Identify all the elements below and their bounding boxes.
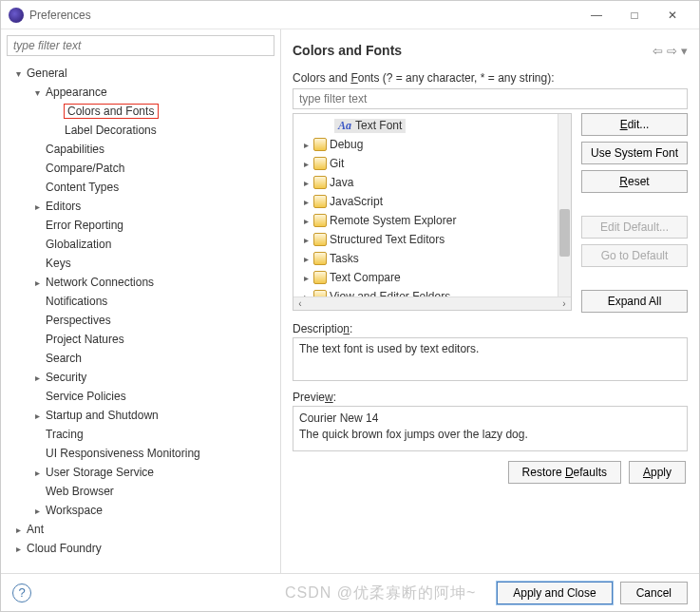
- expand-icon[interactable]: ▸: [301, 178, 311, 188]
- edit-button[interactable]: Edit...: [581, 113, 688, 136]
- go-to-default-button: Go to Default: [581, 244, 688, 267]
- horizontal-scrollbar[interactable]: ‹ ›: [293, 296, 571, 310]
- tree-item[interactable]: Web Browser: [5, 482, 280, 501]
- folder-icon: [313, 233, 327, 246]
- minimize-button[interactable]: —: [577, 2, 615, 29]
- tree-item[interactable]: Globalization: [5, 235, 280, 254]
- tree-item[interactable]: Tracing: [5, 425, 280, 444]
- scrollbar-thumb[interactable]: [559, 209, 570, 257]
- expand-icon[interactable]: ▸: [31, 411, 43, 421]
- tree-item[interactable]: Colors and Fonts: [5, 102, 280, 121]
- font-category[interactable]: ▸Text Compare: [295, 268, 556, 287]
- tree-item[interactable]: Label Decorations: [5, 121, 280, 140]
- help-icon[interactable]: ?: [12, 583, 31, 602]
- vertical-scrollbar[interactable]: [558, 114, 571, 296]
- font-category-label: View and Editor Folders: [330, 290, 450, 296]
- expand-icon[interactable]: ▸: [301, 235, 311, 245]
- font-category-label: Text Compare: [330, 271, 401, 284]
- expand-icon[interactable]: ▸: [301, 197, 311, 207]
- tree-item[interactable]: ▾General: [5, 64, 280, 83]
- tree-item[interactable]: Search: [5, 349, 280, 368]
- tree-item-label: Network Connections: [43, 276, 154, 289]
- expand-icon[interactable]: ▸: [301, 140, 311, 150]
- close-button[interactable]: ✕: [653, 2, 691, 29]
- filter-input[interactable]: [7, 35, 274, 56]
- folder-icon: [313, 252, 327, 265]
- apply-and-close-button[interactable]: Apply and Close: [497, 582, 612, 604]
- tree-item[interactable]: ▾Appearance: [5, 83, 280, 102]
- collapse-icon[interactable]: ▾: [12, 68, 24, 79]
- tree-item[interactable]: Notifications: [5, 292, 280, 311]
- tree-item[interactable]: Project Natures: [5, 330, 280, 349]
- use-system-font-button[interactable]: Use System Font: [581, 142, 688, 164]
- tree-item-label: Content Types: [43, 181, 119, 194]
- expand-icon[interactable]: ▸: [301, 159, 311, 169]
- back-icon[interactable]: ⇦: [653, 44, 663, 58]
- cancel-button[interactable]: Cancel: [620, 582, 688, 604]
- dialog-footer: ? Apply and Close Cancel: [1, 573, 699, 611]
- reset-button[interactable]: Reset: [581, 170, 688, 193]
- menu-icon[interactable]: ▾: [681, 44, 688, 58]
- restore-defaults-button[interactable]: Restore Defaults: [508, 461, 621, 484]
- fonts-tree[interactable]: AaText Font▸Debug▸Git▸Java▸JavaScript▸Re…: [293, 113, 572, 311]
- tree-item[interactable]: Compare/Patch: [5, 159, 280, 178]
- tree-item[interactable]: ▸Network Connections: [5, 273, 280, 292]
- tree-item[interactable]: Capabilities: [5, 140, 280, 159]
- tree-item[interactable]: Service Policies: [5, 387, 280, 406]
- window-title: Preferences: [29, 9, 577, 22]
- expand-icon[interactable]: ▸: [301, 216, 311, 226]
- tree-item[interactable]: Error Reporting: [5, 216, 280, 235]
- expand-icon[interactable]: ▸: [31, 373, 43, 383]
- mid-row: AaText Font▸Debug▸Git▸Java▸JavaScript▸Re…: [293, 113, 688, 313]
- tree-item[interactable]: ▸Cloud Foundry: [5, 539, 280, 558]
- description-label: Description:: [293, 322, 688, 335]
- tree-item[interactable]: Keys: [5, 254, 280, 273]
- tree-item[interactable]: ▸Editors: [5, 197, 280, 216]
- expand-all-button[interactable]: Expand All: [581, 290, 688, 313]
- folder-icon: [313, 271, 327, 284]
- font-item-selected[interactable]: AaText Font: [295, 116, 556, 135]
- expand-icon[interactable]: ▸: [301, 254, 311, 264]
- maximize-button[interactable]: □: [615, 2, 653, 29]
- page-title: Colors and Fonts: [293, 43, 649, 58]
- font-category-label: Tasks: [330, 252, 359, 265]
- tree-item[interactable]: Perspectives: [5, 311, 280, 330]
- expand-icon[interactable]: ▸: [31, 468, 43, 478]
- expand-icon[interactable]: ▸: [31, 506, 43, 516]
- apply-button[interactable]: Apply: [629, 461, 686, 484]
- folder-icon: [313, 157, 327, 170]
- expand-icon[interactable]: ▸: [31, 277, 43, 288]
- scroll-left-icon[interactable]: ‹: [293, 298, 307, 309]
- font-category[interactable]: ▸Remote System Explorer: [295, 211, 556, 230]
- font-category[interactable]: ▸Git: [295, 154, 556, 173]
- font-category[interactable]: ▸View and Editor Folders: [295, 287, 556, 296]
- colors-fonts-filter-input[interactable]: [293, 88, 688, 109]
- tree-item[interactable]: Content Types: [5, 178, 280, 197]
- tree-item[interactable]: ▸Security: [5, 368, 280, 387]
- colors-fonts-filter: [293, 88, 688, 109]
- tree-item[interactable]: ▸User Storage Service: [5, 463, 280, 482]
- tree-item[interactable]: ▸Ant: [5, 520, 280, 539]
- tree-item[interactable]: ▸Workspace: [5, 501, 280, 520]
- expand-icon[interactable]: ▸: [31, 201, 43, 212]
- font-category-label: Remote System Explorer: [330, 214, 456, 227]
- content-area: ▾General▾AppearanceColors and FontsLabel…: [1, 29, 699, 573]
- font-category[interactable]: ▸Debug: [295, 135, 556, 154]
- expand-icon[interactable]: ▸: [12, 544, 24, 554]
- scroll-right-icon[interactable]: ›: [558, 298, 571, 309]
- tree-item[interactable]: UI Responsiveness Monitoring: [5, 444, 280, 463]
- tree-item[interactable]: ▸Startup and Shutdown: [5, 406, 280, 425]
- category-tree[interactable]: ▾General▾AppearanceColors and FontsLabel…: [1, 62, 280, 573]
- tree-item-label: General: [24, 67, 67, 80]
- app-icon: [9, 8, 24, 23]
- font-category[interactable]: ▸Structured Text Editors: [295, 230, 556, 249]
- forward-icon[interactable]: ⇨: [667, 44, 677, 58]
- font-category[interactable]: ▸Java: [295, 173, 556, 192]
- expand-icon[interactable]: ▸: [301, 273, 311, 283]
- expand-icon[interactable]: ▸: [12, 525, 24, 535]
- description-box: The text font is used by text editors.: [293, 337, 688, 381]
- font-category[interactable]: ▸Tasks: [295, 249, 556, 268]
- collapse-icon[interactable]: ▾: [31, 87, 43, 98]
- fonts-tree-inner[interactable]: AaText Font▸Debug▸Git▸Java▸JavaScript▸Re…: [293, 114, 558, 296]
- font-category[interactable]: ▸JavaScript: [295, 192, 556, 211]
